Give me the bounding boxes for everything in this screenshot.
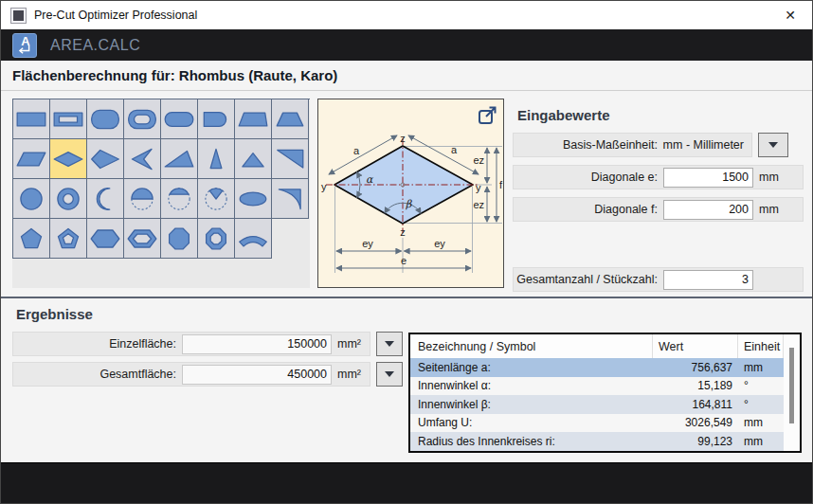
row-unit: mm [738,358,784,377]
label-y-left: y [321,181,327,192]
unit-label: Basis-Maßeinheit: [514,138,658,152]
label-z-top: z [400,133,406,144]
row-value: 164,811 [653,395,738,414]
diagonal-f-row: Diagonale f: 200 mm [513,197,804,222]
shape-rhombus-icon[interactable] [50,139,87,179]
shape-hexagon-icon[interactable] [87,219,124,259]
single-area-value[interactable]: 150000 [182,334,332,354]
row-value: 15,189 [653,377,738,396]
area-calc-logo-icon: A [12,33,37,58]
row-value: 3026,549 [653,414,738,433]
count-input[interactable]: 3 [663,270,753,290]
shape-right-triangle-top-icon[interactable] [272,139,309,179]
shape-octagon-frame-icon[interactable] [198,219,235,259]
table-scrollbar-thumb[interactable] [789,348,794,423]
label-side-a-left: a [353,145,360,156]
footer-bar: +0,0 0,00 0,00 −0,0 3 Berechnung Kopiere… [1,462,812,504]
title-bar: Pre-Cut Optimizer Professional ✕ [1,1,812,29]
results-heading: Ergebnisse [16,306,93,322]
label-f: f [499,179,503,190]
chevron-down-icon [768,142,778,148]
row-unit: mm [738,432,784,451]
inputs-heading: Eingabewerte [517,107,610,123]
row-unit: ° [738,377,784,396]
shape-stadium-icon[interactable] [161,99,198,139]
table-header: Bezeichnung / Symbol Wert Einheit [410,334,800,358]
app-window: Pre-Cut Optimizer Professional ✕ A AREA.… [0,0,813,504]
shape-curved-band-icon[interactable] [235,219,272,259]
shape-arrowhead-icon[interactable] [124,139,161,179]
single-area-dropdown-button[interactable] [376,332,403,356]
unit-select-value[interactable]: mm - Millimeter [658,138,751,152]
unit-dropdown-button[interactable] [758,133,788,157]
shape-rectangle-frame-icon[interactable] [50,99,87,139]
count-label: Gesamtanzahl / Stückzahl: [514,273,658,286]
shape-half-stadium-icon[interactable] [198,99,235,139]
row-name: Radius des Innenkreises ri: [410,432,653,451]
row-unit: mm [738,414,784,433]
shape-hexagon-frame-icon[interactable] [124,219,161,259]
shape-ellipse-icon[interactable] [235,179,272,219]
single-area-label: Einzelfläche: [13,337,176,351]
chevron-down-icon [385,341,394,347]
shape-right-trapezoid-icon[interactable] [235,99,272,139]
shape-kite-icon[interactable] [87,139,124,179]
shape-parallelogram-icon[interactable] [13,139,50,179]
shape-circular-segment-icon[interactable] [161,179,198,219]
shape-annulus-icon[interactable] [50,179,87,219]
shape-crescent-icon[interactable] [87,179,124,219]
app-icon [10,8,27,24]
shape-pentagon-icon[interactable] [13,219,50,259]
shape-isosceles-triangle-icon[interactable] [198,139,235,179]
diagonal-e-input[interactable]: 1500 [663,168,753,188]
total-area-dropdown-button[interactable] [376,362,403,387]
single-area-row: Einzelfläche: 150000 mm² [12,332,370,356]
shape-circle-icon[interactable] [13,179,50,219]
label-z-bottom: z [400,226,406,238]
table-row[interactable]: Seitenlänge a: 756,637 mm [410,358,800,377]
total-area-row: Gesamtfläche: 450000 mm² [12,362,370,387]
shape-trapezoid-icon[interactable] [272,99,309,139]
shape-circular-sector-icon[interactable] [198,179,235,219]
unit-row: Basis-Maßeinheit: mm - Millimeter [513,133,752,157]
row-name: Seitenlänge a: [410,358,653,377]
diagonal-f-label: Diagonale f: [514,203,658,216]
results-table: Bezeichnung / Symbol Wert Einheit Seiten… [408,333,802,453]
row-name: Innenwinkel β: [410,395,653,414]
open-external-icon[interactable] [479,108,496,124]
app-name: AREA.CALC [50,37,140,54]
shape-semicircle-icon[interactable] [124,179,161,219]
diagonal-e-label: Diagonale e: [514,171,658,184]
shape-right-triangle-icon[interactable] [161,139,198,179]
label-ez-bottom: ez [473,199,484,210]
shape-equilateral-triangle-icon[interactable] [235,139,272,179]
shape-diagram-panel: a a y y z z α β ez ez f ey ey e [317,99,504,288]
diagonal-f-input[interactable]: 200 [663,200,753,220]
diagonal-e-unit: mm [759,171,779,184]
shape-spandrel-icon[interactable] [272,179,309,219]
shape-grid [12,99,310,259]
label-e: e [401,255,406,266]
col-header-unit: Einheit [738,334,784,358]
table-row[interactable]: Radius des Innenkreises ri: 99,123 mm [410,432,800,451]
total-area-value[interactable]: 450000 [182,365,332,385]
shape-rectangle-icon[interactable] [13,99,50,139]
total-area-label: Gesamtfläche: [13,368,176,381]
table-row[interactable]: Umfang U: 3026,549 mm [410,414,800,433]
section-divider [1,297,812,298]
window-title: Pre-Cut Optimizer Professional [34,9,197,22]
diagonal-e-row: Diagonale e: 1500 mm [513,165,804,189]
table-row[interactable]: Innenwinkel α: 15,189 ° [410,377,800,396]
shape-rounded-rectangle-frame-icon[interactable] [124,99,161,139]
table-row[interactable]: Innenwinkel β: 164,811 ° [410,395,800,414]
page-title: Flächenberechnung für: Rhombus (Raute, K… [1,61,812,91]
label-side-a-right: a [451,144,458,155]
chevron-down-icon [385,371,394,377]
close-icon[interactable]: ✕ [778,8,803,23]
shape-rounded-rectangle-icon[interactable] [87,99,124,139]
table-scrollbar[interactable] [784,334,800,451]
row-value: 756,637 [653,358,738,377]
count-row: Gesamtanzahl / Stückzahl: 3 [513,267,804,292]
shape-octagon-icon[interactable] [161,219,198,259]
shape-pentagon-frame-icon[interactable] [50,219,87,259]
